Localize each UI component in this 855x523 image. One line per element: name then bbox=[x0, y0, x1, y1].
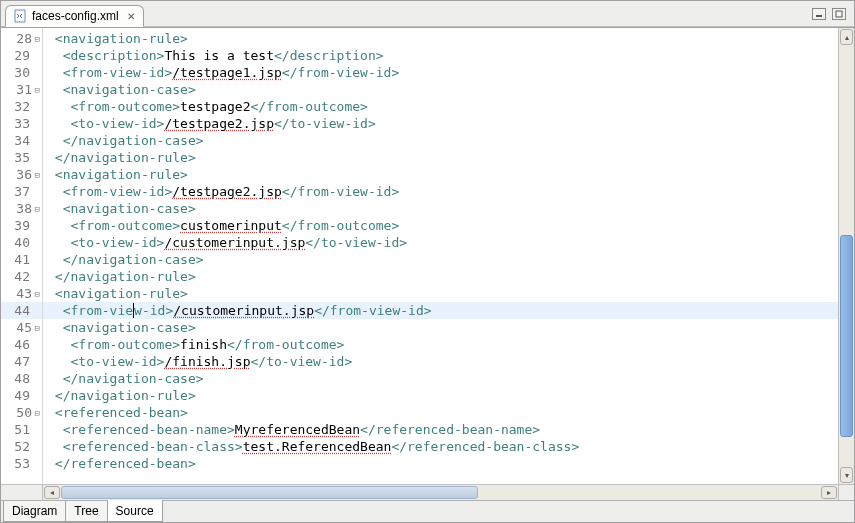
code-line[interactable]: <from-view-id>/testpage2.jsp</from-view-… bbox=[43, 183, 838, 200]
line-number[interactable]: 44 bbox=[1, 302, 42, 319]
minimize-button[interactable] bbox=[812, 8, 826, 20]
code-line[interactable]: <from-outcome>finish</from-outcome> bbox=[43, 336, 838, 353]
line-number[interactable]: 48 bbox=[1, 370, 42, 387]
code-line[interactable]: <referenced-bean-class>test.ReferencedBe… bbox=[43, 438, 838, 455]
code-line[interactable]: <navigation-rule> bbox=[43, 166, 838, 183]
code-line[interactable]: <to-view-id>/finish.jsp</to-view-id> bbox=[43, 353, 838, 370]
fold-toggle-icon[interactable]: ⊟ bbox=[32, 286, 40, 303]
code-line[interactable]: <navigation-rule> bbox=[43, 285, 838, 302]
line-number[interactable]: 33 bbox=[1, 115, 42, 132]
code-line[interactable]: </navigation-rule> bbox=[43, 149, 838, 166]
editor-area: 28⊟293031⊟3233343536⊟3738⊟3940414243⊟444… bbox=[1, 27, 854, 484]
line-number[interactable]: 39 bbox=[1, 217, 42, 234]
bottom-tab-strip: DiagramTreeSource bbox=[1, 500, 854, 522]
vertical-scrollbar[interactable]: ▴ ▾ bbox=[838, 28, 854, 484]
horizontal-scrollbar[interactable]: ◂ ▸ bbox=[1, 484, 854, 500]
scroll-right-button[interactable]: ▸ bbox=[821, 486, 837, 499]
code-line[interactable]: </navigation-case> bbox=[43, 251, 838, 268]
code-line[interactable]: </navigation-case> bbox=[43, 370, 838, 387]
line-number[interactable]: 50⊟ bbox=[1, 404, 42, 421]
view-tab-source[interactable]: Source bbox=[107, 500, 163, 522]
tab-strip: faces-config.xml ✕ bbox=[1, 1, 144, 26]
code-line[interactable]: <to-view-id>/customerinput.jsp</to-view-… bbox=[43, 234, 838, 251]
line-number[interactable]: 35 bbox=[1, 149, 42, 166]
code-editor[interactable]: <navigation-rule> <description>This is a… bbox=[43, 28, 838, 484]
h-scroll-thumb[interactable] bbox=[61, 486, 478, 499]
code-line[interactable]: <navigation-rule> bbox=[43, 30, 838, 47]
scroll-left-button[interactable]: ◂ bbox=[44, 486, 60, 499]
view-tab-tree[interactable]: Tree bbox=[65, 501, 107, 522]
code-line[interactable]: <navigation-case> bbox=[43, 319, 838, 336]
line-number[interactable]: 36⊟ bbox=[1, 166, 42, 183]
v-scroll-track[interactable] bbox=[839, 46, 854, 466]
code-line[interactable]: </navigation-rule> bbox=[43, 268, 838, 285]
tab-title: faces-config.xml bbox=[32, 9, 119, 23]
code-line[interactable]: </navigation-rule> bbox=[43, 387, 838, 404]
h-scroll-track[interactable] bbox=[61, 485, 820, 500]
line-number[interactable]: 53 bbox=[1, 455, 42, 472]
line-number[interactable]: 47 bbox=[1, 353, 42, 370]
code-line[interactable]: <from-outcome>testpage2</from-outcome> bbox=[43, 98, 838, 115]
line-number[interactable]: 32 bbox=[1, 98, 42, 115]
code-line[interactable]: <from-view-id>/customerinput.jsp</from-v… bbox=[43, 302, 838, 319]
line-number[interactable]: 30 bbox=[1, 64, 42, 81]
line-number[interactable]: 28⊟ bbox=[1, 30, 42, 47]
line-number[interactable]: 31⊟ bbox=[1, 81, 42, 98]
svg-rect-2 bbox=[836, 11, 842, 17]
line-number[interactable]: 45⊟ bbox=[1, 319, 42, 336]
h-scroll-spacer bbox=[1, 485, 43, 500]
scroll-corner bbox=[838, 485, 854, 500]
line-number[interactable]: 29 bbox=[1, 47, 42, 64]
line-number[interactable]: 49 bbox=[1, 387, 42, 404]
code-line[interactable]: <from-view-id>/testpage1.jsp</from-view-… bbox=[43, 64, 838, 81]
fold-toggle-icon[interactable]: ⊟ bbox=[32, 320, 40, 337]
line-number[interactable]: 52 bbox=[1, 438, 42, 455]
view-tab-diagram[interactable]: Diagram bbox=[3, 501, 66, 522]
fold-toggle-icon[interactable]: ⊟ bbox=[32, 201, 40, 218]
close-icon[interactable]: ✕ bbox=[127, 11, 135, 22]
svg-rect-1 bbox=[816, 15, 822, 17]
code-line[interactable]: <navigation-case> bbox=[43, 81, 838, 98]
code-line[interactable]: <to-view-id>/testpage2.jsp</to-view-id> bbox=[43, 115, 838, 132]
scroll-up-button[interactable]: ▴ bbox=[840, 29, 853, 45]
code-line[interactable]: <from-outcome>customerinput</from-outcom… bbox=[43, 217, 838, 234]
editor-tab[interactable]: faces-config.xml ✕ bbox=[5, 5, 144, 27]
code-line[interactable]: </navigation-case> bbox=[43, 132, 838, 149]
line-number[interactable]: 42 bbox=[1, 268, 42, 285]
code-line[interactable]: <navigation-case> bbox=[43, 200, 838, 217]
scroll-down-button[interactable]: ▾ bbox=[840, 467, 853, 483]
line-number[interactable]: 43⊟ bbox=[1, 285, 42, 302]
fold-toggle-icon[interactable]: ⊟ bbox=[32, 167, 40, 184]
line-number[interactable]: 51 bbox=[1, 421, 42, 438]
line-number[interactable]: 37 bbox=[1, 183, 42, 200]
line-number[interactable]: 34 bbox=[1, 132, 42, 149]
v-scroll-thumb[interactable] bbox=[840, 235, 853, 437]
maximize-button[interactable] bbox=[832, 8, 846, 20]
fold-toggle-icon[interactable]: ⊟ bbox=[32, 405, 40, 422]
line-number[interactable]: 41 bbox=[1, 251, 42, 268]
line-number[interactable]: 38⊟ bbox=[1, 200, 42, 217]
xml-file-icon bbox=[14, 9, 28, 23]
fold-toggle-icon[interactable]: ⊟ bbox=[32, 82, 40, 99]
window-controls bbox=[812, 8, 854, 20]
code-line[interactable]: </referenced-bean> bbox=[43, 455, 838, 472]
code-line[interactable]: <referenced-bean-name>MyreferencedBean</… bbox=[43, 421, 838, 438]
code-line[interactable]: <description>This is a test</description… bbox=[43, 47, 838, 64]
line-number-gutter[interactable]: 28⊟293031⊟3233343536⊟3738⊟3940414243⊟444… bbox=[1, 28, 43, 484]
line-number[interactable]: 46 bbox=[1, 336, 42, 353]
editor-titlebar: faces-config.xml ✕ bbox=[1, 1, 854, 27]
fold-toggle-icon[interactable]: ⊟ bbox=[32, 31, 40, 48]
code-line[interactable]: <referenced-bean> bbox=[43, 404, 838, 421]
line-number[interactable]: 40 bbox=[1, 234, 42, 251]
